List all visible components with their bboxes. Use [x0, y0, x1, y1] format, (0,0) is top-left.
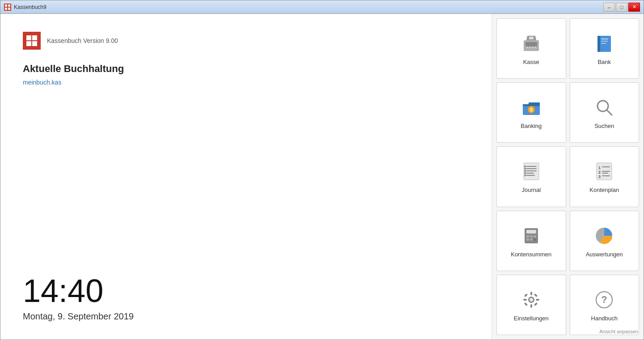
- svg-text:2: 2: [598, 170, 601, 174]
- svg-rect-23: [526, 168, 537, 169]
- bank-icon: [593, 32, 616, 55]
- svg-line-20: [607, 110, 612, 115]
- svg-rect-24: [526, 170, 537, 171]
- svg-rect-25: [526, 173, 534, 174]
- svg-rect-0: [5, 4, 7, 7]
- svg-rect-34: [602, 166, 610, 167]
- einstellungen-button[interactable]: Einstellungen: [496, 275, 566, 335]
- svg-rect-13: [601, 38, 608, 39]
- titlebar: Kassenbuch9 – □ ✕: [0, 0, 644, 14]
- window-controls: – □ ✕: [603, 3, 640, 12]
- svg-rect-5: [525, 42, 537, 47]
- svg-rect-7: [529, 47, 531, 48]
- app-icon: [4, 4, 11, 11]
- svg-text:?: ?: [602, 294, 607, 305]
- kontensummen-label: Kontensummen: [511, 251, 551, 258]
- top-section: Kassenbuch Version 9.00 Aktuelle Buchhal…: [23, 32, 469, 86]
- svg-rect-39: [602, 175, 610, 176]
- settings-icon: [520, 288, 543, 311]
- bottom-section: 14:40 Montag, 9. September 2019: [23, 275, 469, 322]
- svg-rect-29: [525, 170, 525, 172]
- app-version: Kassenbuch Version 9.00: [47, 37, 118, 44]
- svg-rect-10: [529, 37, 534, 39]
- svg-text:$: $: [530, 107, 533, 112]
- svg-rect-44: [534, 235, 536, 238]
- banking-button[interactable]: $ Banking: [496, 82, 566, 143]
- right-panel: Kasse Bank: [491, 14, 644, 340]
- svg-rect-9: [534, 47, 536, 48]
- auswertungen-icon: [593, 224, 616, 247]
- svg-rect-57: [524, 302, 528, 306]
- svg-rect-15: [601, 43, 606, 44]
- einstellungen-label: Einstellungen: [514, 315, 549, 322]
- svg-rect-28: [525, 168, 525, 170]
- date-display: Montag, 9. September 2019: [23, 311, 469, 322]
- auswertungen-label: Auswertungen: [586, 251, 623, 258]
- handbuch-button[interactable]: ? Handbuch: [570, 275, 640, 335]
- minimize-button[interactable]: –: [603, 3, 615, 12]
- banking-label: Banking: [521, 123, 542, 129]
- clock-display: 14:40: [23, 275, 469, 307]
- kontensummen-button[interactable]: Kontensummen: [496, 211, 566, 271]
- maximize-button[interactable]: □: [616, 3, 627, 12]
- kontenplan-button[interactable]: 1 2 3 Kontenplan: [570, 146, 640, 207]
- ansicht-anpassen[interactable]: Ansicht anpassen: [599, 329, 638, 334]
- handbuch-label: Handbuch: [591, 315, 618, 322]
- svg-rect-14: [601, 41, 608, 42]
- left-panel: Kassenbuch Version 9.00 Aktuelle Buchhal…: [0, 14, 491, 340]
- kasse-button[interactable]: Kasse: [496, 18, 566, 79]
- help-icon: ?: [593, 288, 616, 311]
- banking-icon: $: [520, 96, 543, 119]
- window-title: Kassenbuch9: [14, 4, 603, 10]
- svg-rect-3: [8, 8, 10, 10]
- svg-rect-31: [525, 174, 525, 176]
- svg-rect-55: [524, 293, 528, 297]
- svg-rect-47: [534, 238, 536, 241]
- kontenplan-label: Kontenplan: [589, 187, 619, 193]
- svg-rect-30: [525, 172, 525, 174]
- svg-text:1: 1: [598, 166, 601, 170]
- bank-label: Bank: [597, 59, 611, 65]
- file-link[interactable]: meinbuch.kas: [23, 79, 61, 86]
- svg-rect-6: [526, 47, 528, 48]
- svg-rect-12: [597, 36, 600, 52]
- svg-rect-52: [530, 304, 532, 308]
- svg-rect-43: [530, 235, 533, 238]
- search-icon: [593, 96, 616, 119]
- svg-rect-46: [530, 238, 533, 241]
- main-content: Kassenbuch Version 9.00 Aktuelle Buchhal…: [0, 14, 644, 340]
- svg-rect-1: [8, 4, 10, 7]
- svg-rect-45: [526, 238, 529, 241]
- section-title: Aktuelle Buchhaltung: [23, 63, 469, 75]
- svg-rect-27: [525, 166, 525, 167]
- svg-text:3: 3: [598, 174, 601, 179]
- svg-point-50: [530, 298, 533, 302]
- svg-rect-56: [534, 293, 538, 297]
- app-logo: [23, 32, 41, 50]
- svg-rect-37: [602, 173, 608, 174]
- svg-rect-2: [5, 8, 7, 10]
- svg-rect-41: [526, 230, 536, 234]
- journal-icon: [520, 160, 543, 183]
- app-header: Kassenbuch Version 9.00: [23, 32, 469, 50]
- journal-label: Journal: [521, 187, 541, 193]
- svg-rect-8: [532, 47, 534, 48]
- suchen-button[interactable]: Suchen: [570, 82, 640, 143]
- svg-rect-36: [602, 171, 610, 172]
- kasse-icon: [520, 32, 543, 55]
- bank-button[interactable]: Bank: [570, 18, 640, 79]
- auswertungen-button[interactable]: Auswertungen: [570, 211, 640, 271]
- svg-rect-53: [523, 299, 527, 301]
- svg-rect-51: [530, 292, 532, 295]
- close-button[interactable]: ✕: [628, 3, 640, 12]
- svg-rect-26: [526, 175, 535, 176]
- kontensummen-icon: [520, 224, 543, 247]
- main-window: Kassenbuch9 – □ ✕: [0, 0, 644, 340]
- kontenplan-icon: 1 2 3: [593, 160, 616, 183]
- svg-rect-54: [536, 299, 539, 301]
- svg-rect-22: [526, 166, 537, 167]
- kasse-label: Kasse: [523, 59, 539, 65]
- journal-button[interactable]: Journal: [496, 146, 566, 207]
- suchen-label: Suchen: [594, 123, 614, 129]
- svg-rect-58: [534, 302, 538, 306]
